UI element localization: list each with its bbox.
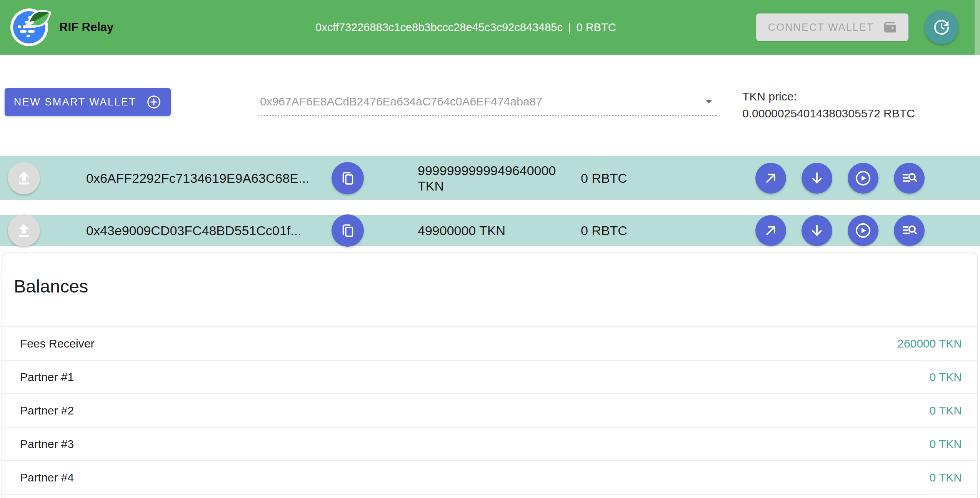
actions-bar: NEW SMART WALLET 0x967AF6E8ACdB2476Ea634…: [0, 88, 980, 122]
wallet-icon: [883, 20, 897, 34]
play-circle-icon: [855, 170, 872, 187]
search-transactions-button[interactable]: [894, 163, 925, 194]
wallet-row-actions: [755, 215, 925, 246]
smart-wallet-row: 0x6AFF2292Fc7134619E9A63C68E... 99999999…: [0, 156, 980, 200]
plus-circle-icon: [146, 94, 162, 110]
deploy-wallet-button[interactable]: [8, 214, 40, 247]
upload-icon: [15, 170, 32, 187]
copy-icon: [340, 223, 355, 238]
balance-label: Partner #3: [20, 438, 74, 451]
balance-value: 0 TKN: [930, 404, 962, 417]
balance-value: 0 TKN: [930, 438, 962, 451]
smart-wallet-select-value: 0x967AF6E8ACdB2476Ea634aC764c0A6EF474aba…: [260, 95, 542, 108]
smart-wallet-address: 0x6AFF2292Fc7134619E9A63C68E...: [86, 171, 308, 186]
play-circle-icon: [855, 222, 872, 239]
header-account-separator: |: [568, 21, 571, 34]
smart-wallet-select[interactable]: 0x967AF6E8ACdB2476Ea634aC764c0A6EF474aba…: [258, 88, 717, 116]
arrow-down-icon: [809, 170, 825, 186]
smart-wallet-list: 0x6AFF2292Fc7134619E9A63C68E... 99999999…: [0, 156, 980, 246]
app-header: RIF Relay 0xcff73226883c1ce8b3bccc28e45c…: [0, 0, 980, 55]
refresh-button[interactable]: [925, 10, 958, 44]
transfer-button[interactable]: [755, 163, 786, 194]
deploy-wallet-button[interactable]: [8, 162, 40, 194]
copy-icon: [340, 170, 355, 186]
token-balance: 9999999999949640000 TKN: [418, 163, 579, 194]
balances-table: Fees Receiver 260000 TKN Partner #1 0 TK…: [2, 326, 977, 495]
execute-button[interactable]: [848, 163, 878, 194]
balances-title: Balances: [2, 253, 977, 297]
connect-wallet-label: CONNECT WALLET: [768, 22, 874, 33]
receive-button[interactable]: [802, 163, 832, 194]
arrow-up-right-icon: [763, 223, 778, 238]
upload-icon: [15, 222, 32, 239]
dropdown-arrow-icon: [705, 99, 713, 104]
balance-label: Partner #2: [20, 404, 74, 417]
new-smart-wallet-button[interactable]: NEW SMART WALLET: [5, 88, 171, 116]
token-balance: 49900000 TKN: [418, 223, 579, 238]
copy-address-button[interactable]: [332, 214, 364, 247]
header-account-info: 0xcff73226883c1ce8b3bccc28e45c3c92c84348…: [113, 21, 756, 34]
refresh-clock-icon: [933, 18, 950, 36]
scrollbar-track[interactable]: [975, 0, 980, 55]
arrow-up-right-icon: [763, 170, 778, 186]
tkn-price: TKN price: 0.00000254014380305572 RBTC: [742, 88, 973, 122]
app-title: RIF Relay: [59, 20, 113, 34]
rbtc-balance: 0 RBTC: [581, 223, 681, 238]
wallet-row-actions: [755, 163, 925, 194]
smart-wallet-address: 0x43e9009CD03FC48BD551Cc01f...: [86, 223, 308, 238]
balance-row: Fees Receiver 260000 TKN: [2, 327, 977, 361]
balance-row: Partner #4 0 TKN: [2, 461, 977, 495]
execute-button[interactable]: [848, 215, 878, 246]
list-search-icon: [901, 222, 918, 239]
transfer-button[interactable]: [755, 215, 786, 246]
new-smart-wallet-label: NEW SMART WALLET: [14, 96, 137, 108]
copy-address-button[interactable]: [332, 162, 364, 194]
header-account-balance: 0 RBTC: [576, 21, 616, 34]
balances-card: Balances Fees Receiver 260000 TKN Partne…: [2, 252, 978, 498]
list-search-icon: [901, 170, 918, 187]
balance-label: Partner #1: [20, 371, 74, 384]
tkn-price-value: 0.00000254014380305572 RBTC: [742, 105, 973, 122]
tkn-price-label: TKN price:: [742, 88, 973, 105]
arrow-down-icon: [809, 223, 825, 238]
balance-row: Partner #3 0 TKN: [2, 428, 977, 461]
header-account-address: 0xcff73226883c1ce8b3bccc28e45c3c92c84348…: [315, 21, 563, 34]
smart-wallet-row: 0x43e9009CD03FC48BD551Cc01f... 49900000 …: [0, 215, 980, 246]
search-transactions-button[interactable]: [894, 215, 925, 246]
balance-row: Partner #1 0 TKN: [2, 361, 977, 394]
balance-label: Partner #4: [20, 471, 74, 484]
balance-label: Fees Receiver: [20, 337, 94, 350]
balance-value: 260000 TKN: [897, 337, 962, 350]
receive-button[interactable]: [802, 215, 832, 246]
balance-row: Partner #2 0 TKN: [2, 394, 977, 428]
connect-wallet-button[interactable]: CONNECT WALLET: [756, 13, 908, 41]
balance-value: 0 TKN: [930, 371, 962, 384]
balance-value: 0 TKN: [930, 471, 962, 484]
rbtc-balance: 0 RBTC: [581, 171, 681, 186]
rif-relay-logo-icon: [10, 7, 51, 48]
